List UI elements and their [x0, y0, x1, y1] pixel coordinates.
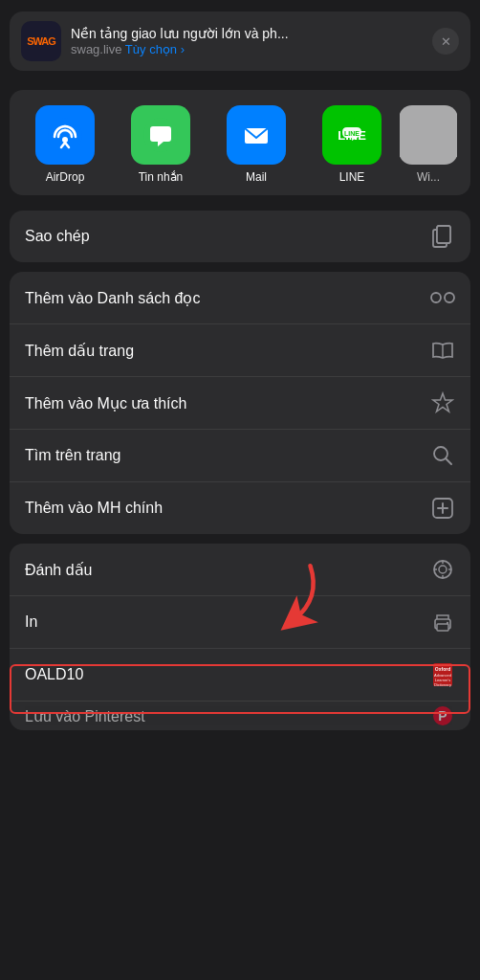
apps-section: AirDrop Tin nhắn Mail: [10, 90, 470, 195]
menu-item-oald10[interactable]: OALD10 Oxford Advanced Learner's Diction…: [10, 649, 470, 702]
danh-dau-label: Đánh dấu: [25, 561, 93, 579]
airdrop-icon-bg: [35, 105, 95, 165]
oxford-icon: Oxford Advanced Learner's Dictionary: [430, 662, 455, 687]
copy-icon: [430, 224, 455, 249]
apps-row: AirDrop Tin nhắn Mail: [17, 105, 463, 184]
menu-item-sao-chep[interactable]: Sao chép: [10, 211, 470, 262]
them-mh-chinh-label: Thêm vào MH chính: [25, 500, 163, 517]
notif-text-block: Nền tảng giao lưu người lớn và ph... swa…: [71, 26, 423, 56]
them-dau-trang-label: Thêm dấu trang: [25, 342, 134, 360]
line-svg-icon: LINE LINE: [334, 117, 370, 153]
svg-point-22: [439, 566, 447, 573]
svg-point-14: [445, 293, 454, 302]
notif-subtitle: swag.live Tùy chọn ›: [71, 42, 423, 56]
airdrop-label: AirDrop: [46, 170, 85, 184]
menu-group-extra: Đánh dấu In: [10, 544, 470, 730]
svg-rect-12: [437, 226, 450, 243]
app-mail[interactable]: Mail: [208, 105, 304, 184]
oald10-label: OALD10: [25, 666, 83, 683]
menu-item-tim-tren-trang[interactable]: Tìm trên trang: [10, 430, 470, 482]
tin-nhan-label: Tin nhắn: [139, 170, 184, 184]
notif-option[interactable]: Tùy chọn ›: [125, 42, 185, 56]
add-to-home-icon: [430, 496, 455, 521]
app-partial[interactable]: Wi...: [400, 105, 457, 184]
luu-vao-pinterest-label: Lưu vào Pinterest: [25, 707, 145, 725]
notif-app-icon: SWAG: [21, 21, 61, 61]
partial-label: Wi...: [417, 170, 440, 184]
menu-item-in[interactable]: In: [10, 596, 470, 649]
menu-item-them-danh-sach-doc[interactable]: Thêm vào Danh sách đọc: [10, 272, 470, 324]
star-icon: [430, 390, 455, 415]
tin-nhan-icon-bg: [131, 105, 190, 165]
menu-item-them-muc-ua-thich[interactable]: Thêm vào Mục ưa thích: [10, 377, 470, 430]
open-book-icon: [430, 338, 455, 363]
svg-text:P: P: [438, 708, 447, 724]
menu-item-danh-dau[interactable]: Đánh dấu: [10, 544, 470, 596]
print-icon: [430, 610, 455, 635]
mail-label: Mail: [246, 170, 267, 184]
menu-section: Sao chép Thêm vào Danh sách đọc Thêm: [10, 211, 470, 730]
tim-tren-trang-label: Tìm trên trang: [25, 447, 120, 464]
waypoint-icon: [430, 557, 455, 582]
notification-bar: SWAG Nền tảng giao lưu người lớn và ph..…: [10, 11, 470, 71]
app-line[interactable]: LINE LINE LINE: [304, 105, 400, 184]
menu-group-reading: Thêm vào Danh sách đọc Thêm dấu trang Th…: [10, 272, 470, 534]
menu-group-copy: Sao chép: [10, 211, 470, 262]
in-label: In: [25, 613, 37, 631]
svg-point-13: [431, 293, 441, 302]
search-icon: [430, 443, 455, 468]
svg-rect-28: [437, 624, 448, 631]
mail-icon-bg: [227, 105, 286, 165]
app-tin-nhan[interactable]: Tin nhắn: [113, 105, 208, 184]
svg-point-0: [48, 118, 82, 152]
partial-icon-bg: [400, 105, 457, 165]
notif-title: Nền tảng giao lưu người lớn và ph...: [71, 26, 423, 41]
line-icon-bg: LINE LINE: [322, 105, 382, 165]
svg-text:LINE: LINE: [344, 130, 360, 137]
svg-text:Dictionary: Dictionary: [434, 682, 451, 687]
mail-svg-icon: [238, 117, 274, 153]
notif-close-button[interactable]: [432, 28, 459, 55]
app-airdrop[interactable]: AirDrop: [17, 105, 113, 184]
readinglist-icon: [430, 285, 455, 310]
pinterest-icon: P: [430, 703, 455, 728]
them-danh-sach-doc-label: Thêm vào Danh sách đọc: [25, 289, 200, 307]
menu-item-them-mh-chinh[interactable]: Thêm vào MH chính: [10, 482, 470, 534]
svg-point-29: [447, 622, 448, 624]
svg-line-17: [446, 458, 451, 464]
line-label: LINE: [339, 170, 365, 184]
svg-text:Oxford: Oxford: [435, 666, 450, 672]
sao-chep-label: Sao chép: [25, 228, 90, 245]
them-muc-ua-thich-label: Thêm vào Mục ưa thích: [25, 394, 186, 412]
menu-item-them-dau-trang[interactable]: Thêm dấu trang: [10, 324, 470, 377]
airdrop-svg-icon: [47, 117, 83, 153]
tin-nhan-svg-icon: [142, 117, 179, 153]
menu-item-luu-vao-pinterest[interactable]: Lưu vào Pinterest P: [10, 702, 470, 730]
